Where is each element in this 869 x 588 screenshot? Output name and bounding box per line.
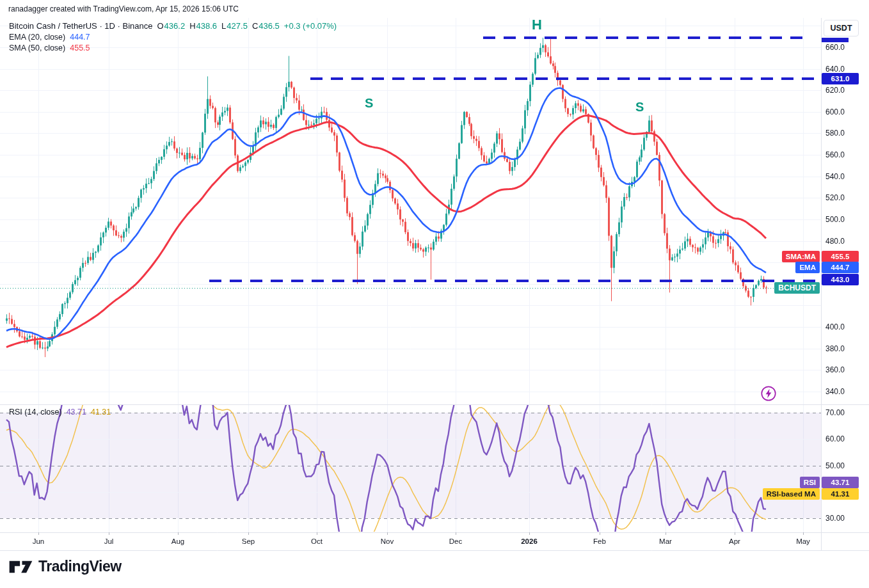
ema-legend-row[interactable]: EMA (20, close) 444.7 <box>9 33 337 42</box>
sma-legend-label: SMA (50, close) <box>9 44 65 52</box>
price-axis-tick: 540.0 <box>825 172 845 181</box>
tradingview-logo-text: TradingView <box>38 558 122 575</box>
time-axis-label: Dec <box>449 537 462 545</box>
price-axis-tick: 620.0 <box>825 86 845 95</box>
boost-lightning-icon[interactable] <box>760 385 777 402</box>
rsi-value-tag: 43.71 <box>822 477 859 488</box>
rsi-legend-value: 43.71 <box>67 408 86 417</box>
symbol-legend-row[interactable]: Bitcoin Cash / TetherUS · 1D · Binance O… <box>9 21 337 31</box>
tradingview-logo-mark <box>9 559 33 575</box>
ema-value-tag: 444.7 <box>822 262 859 273</box>
price-axis-tick: 600.0 <box>825 107 845 116</box>
time-axis-label: 2026 <box>521 537 538 545</box>
neckline-price-tag-clipped <box>822 38 849 42</box>
ohlc-c-value: 436.5 <box>259 21 280 31</box>
price-axis-tick: 660.0 <box>825 43 845 52</box>
price-axis-tick: 520.0 <box>825 193 845 202</box>
ohlc-h-value: 438.6 <box>196 21 218 31</box>
head-annotation[interactable]: H <box>532 17 542 33</box>
sma-legend-row[interactable]: SMA (50, close) 455.5 <box>9 44 337 52</box>
ohlc-h-label: H <box>189 21 195 31</box>
currency-toggle-button[interactable]: USDT <box>824 20 859 36</box>
price-axis-tick: 360.0 <box>825 365 845 374</box>
time-axis-label: Jun <box>33 537 45 545</box>
sma-legend-value: 455.5 <box>70 44 90 52</box>
ohlc-l-label: L <box>221 21 226 31</box>
price-axis-tick: 400.0 <box>825 322 845 331</box>
attribution-note: ranadagger created with TradingView.com,… <box>8 4 239 13</box>
price-axis-tick: 340.0 <box>825 387 845 396</box>
ohlc-o-value: 436.2 <box>164 21 186 31</box>
symbol-title: Bitcoin Cash / TetherUS · 1D · Binance <box>9 21 152 31</box>
chart-legend: Bitcoin Cash / TetherUS · 1D · Binance O… <box>9 21 337 54</box>
time-axis-label: May <box>796 537 810 545</box>
price-axis-tick: 380.0 <box>825 344 845 353</box>
time-axis-label: Aug <box>171 537 184 545</box>
price-axis-tick: 480.0 <box>825 237 845 246</box>
ohlc-l-value: 427.5 <box>227 21 248 31</box>
ohlc-change: +0.3 (+0.07%) <box>284 21 337 31</box>
time-axis-label: Jul <box>104 537 114 545</box>
price-axis-tick: 580.0 <box>825 129 845 138</box>
price-axis-tick: 560.0 <box>825 150 845 159</box>
support-level-tag: 443.0 <box>822 274 859 285</box>
symbol-name-tag: BCHUSDT <box>774 282 820 294</box>
time-axis-label: Nov <box>381 537 394 545</box>
ema-legend-label: EMA (20, close) <box>9 33 65 42</box>
price-axis-tick: 500.0 <box>825 215 845 224</box>
rsi-axis-tick: 30.00 <box>825 514 845 523</box>
time-axis-label: Feb <box>593 537 606 545</box>
time-axis-label: Oct <box>311 537 323 545</box>
sma-value-tag: 455.5 <box>822 251 859 262</box>
ema-name-tag: EMA <box>795 262 820 273</box>
ohlc-c-label: C <box>252 21 258 31</box>
sma-name-tag: SMA:MA <box>782 251 820 262</box>
rsi-axis-tick: 50.00 <box>825 461 845 470</box>
rsi-axis-tick: 70.00 <box>825 408 845 417</box>
right-shoulder-annotation[interactable]: S <box>635 100 644 115</box>
resistance-level-tag: 631.0 <box>822 73 859 84</box>
time-axis-label: Apr <box>729 537 740 545</box>
rsi-legend-row[interactable]: RSI (14, close) 43.71 41.31 <box>9 408 111 417</box>
time-axis-label: Sep <box>242 537 255 545</box>
price-axis-tick: 640.0 <box>825 65 845 74</box>
tradingview-logo[interactable]: TradingView <box>9 558 122 575</box>
rsi-name-tag: RSI <box>800 477 820 488</box>
rsi-axis-tick: 60.00 <box>825 434 845 443</box>
rsi-ma-value-tag: 41.31 <box>822 488 859 500</box>
left-shoulder-annotation[interactable]: S <box>365 96 373 111</box>
chart-canvas[interactable] <box>0 0 869 588</box>
tradingview-chart-page: ranadagger created with TradingView.com,… <box>0 0 869 588</box>
rsi-ma-legend-value: 41.31 <box>91 408 111 417</box>
ema-legend-value: 444.7 <box>70 33 90 42</box>
rsi-legend-label: RSI (14, close) <box>9 408 62 417</box>
ohlc-o-label: O <box>157 21 163 31</box>
rsi-ma-name-tag: RSI-based MA <box>763 488 820 500</box>
time-axis-label: Mar <box>659 537 672 545</box>
